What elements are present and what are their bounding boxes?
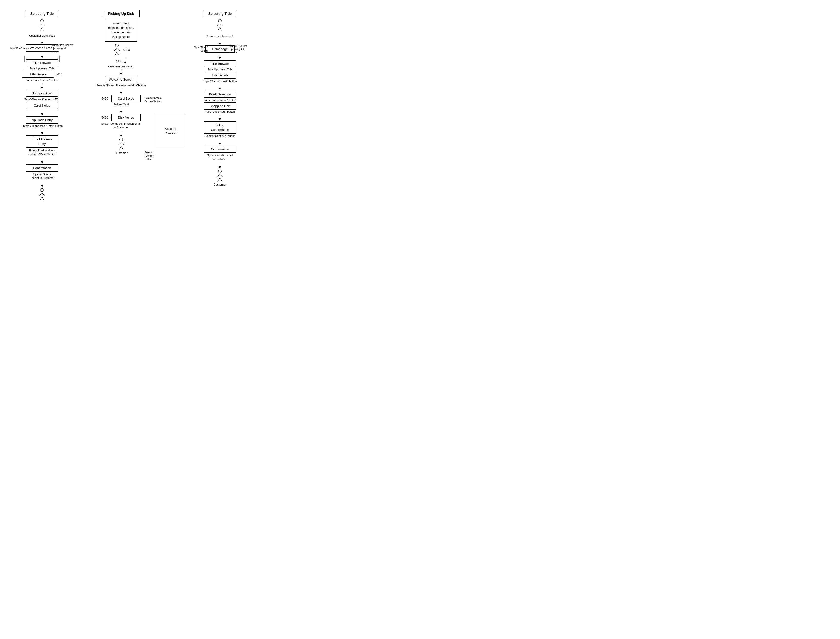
kiosk-selection-box: Kiosk Selection: [204, 91, 236, 98]
svg-line-17: [117, 52, 119, 56]
step-num-5460: 5460–: [101, 116, 110, 119]
svg-line-26: [217, 24, 220, 26]
card-swipe-box-left: Card Swipe: [26, 102, 58, 109]
arrow-right-5: [219, 139, 221, 145]
account-creation-note-top: Selects "CreateAccount"button: [144, 96, 169, 103]
step-num-5440-row: 5440: [116, 58, 127, 64]
mid-person-bottom: Customer: [115, 138, 127, 155]
diagram-container: Selecting Title Customer visits kiosk: [10, 10, 247, 245]
account-creation-note-bottom: Selects"Confirm"button: [144, 151, 164, 161]
col-mid: Picking Up Disk When Title isreleased fo…: [89, 10, 153, 155]
right-right-branch-label: Clicks "Pre-reserve" upcoming title butt…: [230, 44, 247, 54]
email-label: Enters Email addressand taps "Enter" but…: [28, 149, 56, 156]
svg-line-16: [115, 52, 117, 56]
pickup-notice-box: When Title isreleased for Rental,System …: [105, 19, 138, 41]
email-box: Email AddressEntry: [26, 135, 58, 148]
col-right: Selecting Title Customer visits website: [188, 10, 247, 186]
right-branch-label: Clicks "Pre-reserve" upcoming title butt…: [52, 43, 74, 53]
svg-line-8: [39, 193, 42, 195]
title-details-box-right: Title Details: [204, 72, 236, 79]
arrow-mid-1: [124, 58, 126, 64]
mid-label-2: Selects "Pickup Pre-reserved disk"button: [96, 84, 146, 87]
shopping-cart-box-left: Shopping Cart: [26, 90, 58, 97]
title-browse-box-left: Title Browse: [26, 59, 58, 66]
right-header: Selecting Title: [203, 10, 237, 17]
confirmation-label-left: System SendsReceipt to Customer: [30, 172, 54, 180]
arrow-2: [41, 52, 43, 58]
arrow-mid-2: [120, 70, 122, 75]
arrow-right-6: [219, 163, 221, 168]
svg-line-15: [117, 48, 120, 51]
right-left-branch-label: Taps "Titles" button: [188, 46, 208, 52]
svg-line-34: [218, 178, 220, 182]
svg-point-18: [120, 138, 123, 141]
right-label-7: System sends receiptto Customer: [207, 154, 233, 161]
step-num-5440: 5440: [116, 59, 122, 62]
arrow-mid-4: [120, 108, 122, 113]
right-customer-label: Customer: [214, 183, 226, 186]
step-num-5410-left: 5410: [56, 73, 62, 76]
svg-line-28: [218, 27, 220, 31]
right-label-3: Taps "Choose Kiosk" button: [203, 79, 237, 83]
left-label-2: Taps Upcoming Title: [30, 67, 54, 70]
right-person-bottom: Customer: [214, 169, 226, 186]
svg-line-3: [42, 24, 45, 26]
svg-line-21: [121, 143, 124, 145]
right-label-4: Taps "Pre-Reserve" button: [204, 99, 236, 102]
arrow-right-4: [219, 115, 221, 121]
homepage-row: Taps "Titles" button Homepage Clicks "Pr…: [188, 46, 247, 52]
svg-line-20: [118, 143, 121, 145]
checkout-label-row: Taps"Checkout"button 5420: [25, 98, 60, 101]
right-label-5: Taps "Check Out" button: [205, 110, 235, 113]
svg-point-30: [219, 170, 222, 173]
step-num-5420: 5420: [53, 98, 60, 101]
mid-header: Picking Up Disk: [103, 10, 140, 17]
arrow-right-3: [219, 84, 221, 90]
svg-line-27: [220, 24, 223, 26]
left-person-top: [38, 19, 46, 33]
mid-card-swipe-row: 5450– Card Swipe: [101, 95, 141, 102]
confirmation-box-left: Confirmation: [26, 164, 58, 172]
mid-disk-vends-row: 5460– Disk Vends: [101, 114, 141, 121]
left-label-1: Customer visits kiosk: [29, 34, 55, 37]
left-person-bottom: [38, 188, 46, 202]
svg-line-29: [220, 27, 222, 31]
svg-line-23: [121, 146, 123, 150]
right-person-top: [216, 19, 224, 33]
arrow-right-1: [219, 39, 221, 45]
arrow-mid-3: [120, 89, 122, 94]
confirmation-box-right: Confirmation: [204, 146, 236, 153]
right-label-6: Selects "Continue" button: [205, 135, 235, 137]
svg-line-2: [39, 24, 42, 26]
arrow-1: [41, 38, 43, 43]
svg-line-22: [119, 146, 121, 150]
arrow-6: [41, 158, 43, 164]
right-label-1: Customer visits website: [206, 35, 234, 38]
left-label-3: Taps "Pre-Reserve" button: [26, 79, 58, 81]
mid-label-4: System sends confirmation emailto Custom…: [101, 122, 141, 130]
title-browse-box-right: Title Browse: [204, 60, 236, 67]
svg-point-6: [41, 188, 44, 192]
svg-line-5: [42, 27, 44, 31]
left-header: Selecting Title: [25, 10, 59, 17]
arrow-7: [41, 182, 43, 187]
svg-line-4: [40, 27, 42, 31]
svg-line-14: [114, 48, 117, 51]
arrow-4: [41, 110, 43, 116]
mid-disk-vends-box: Disk Vends: [111, 114, 141, 121]
welcome-screen-row: Taps"Rent"button Welcome Screen Clicks "…: [10, 45, 74, 52]
col-left: Selecting Title Customer visits kiosk: [10, 10, 74, 202]
svg-line-10: [40, 197, 42, 200]
step-num-5450: 5450–: [101, 97, 110, 100]
right-label-2: Taps Upcoming Title: [208, 68, 232, 71]
account-creation-box: AccountCreation: [156, 114, 185, 148]
mid-card-swipe-box: Card Swipe: [111, 95, 141, 102]
svg-point-12: [115, 44, 118, 47]
page-wrapper: Selecting Title Customer visits kiosk: [5, 5, 247, 250]
svg-line-11: [42, 197, 44, 200]
title-details-row-left: Title Details 5410: [22, 71, 62, 78]
left-branch-label: Taps"Rent"button: [10, 46, 29, 50]
title-details-box-left: Title Details: [22, 71, 54, 78]
svg-point-0: [41, 19, 44, 22]
mid-person-5430: 5430: [113, 43, 130, 57]
